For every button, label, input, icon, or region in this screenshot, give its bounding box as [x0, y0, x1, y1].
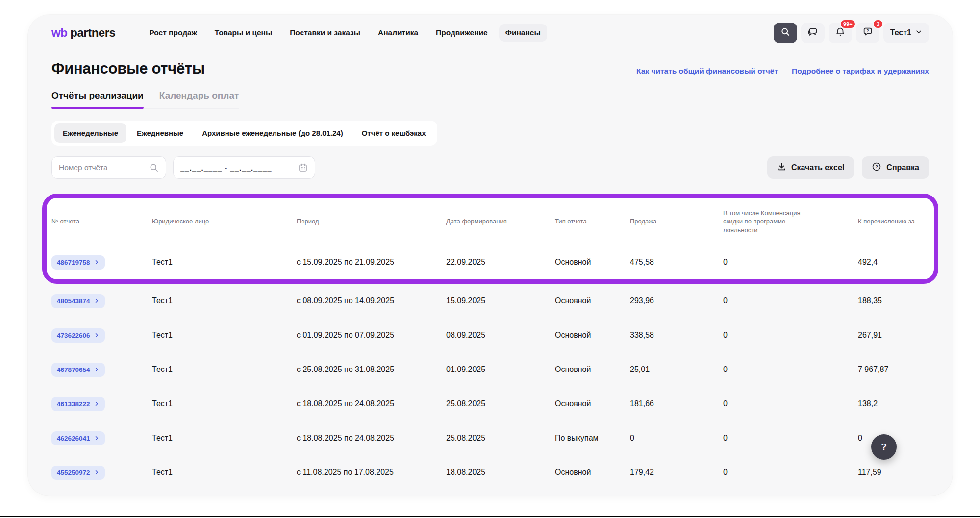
cell-period: с 25.08.2025 по 31.08.2025	[297, 365, 446, 374]
cell-report-type: Основной	[555, 468, 630, 477]
support-button[interactable]: ? 3	[856, 23, 879, 43]
report-number-pill[interactable]: 455250972	[51, 466, 105, 480]
cell-formed-date: 22.09.2025	[446, 258, 555, 267]
cell-sale: 293,96	[630, 296, 723, 305]
title-row: Финансовые отчёты Как читать общий финан…	[51, 60, 929, 77]
svg-text:?: ?	[866, 28, 869, 33]
question-circle-icon: ?	[872, 162, 881, 173]
floating-help-button[interactable]: ?	[871, 434, 897, 460]
report-number-input[interactable]: Номер отчёта	[51, 156, 166, 179]
nav-item-sales-growth[interactable]: Рост продаж	[143, 24, 203, 42]
report-number-pill[interactable]: 480543874	[51, 294, 105, 308]
cell-compensation: 0	[723, 296, 858, 305]
filter-cashback-report[interactable]: Отчёт о кешбэках	[353, 123, 434, 143]
col-header-period: Период	[297, 217, 446, 226]
chevron-right-icon	[94, 469, 100, 475]
wb-partners-logo[interactable]: wbpartners	[51, 26, 115, 40]
report-number: 462626041	[57, 435, 90, 442]
cell-formed-date: 25.08.2025	[446, 434, 555, 443]
search-button[interactable]	[774, 23, 797, 43]
report-number-pill[interactable]: 461338222	[51, 397, 105, 411]
report-number-pill[interactable]: 467870654	[51, 363, 105, 377]
messages-button[interactable]	[801, 23, 825, 43]
chevron-right-icon	[94, 259, 100, 265]
logo-wb-text: wb	[51, 26, 67, 40]
cell-sale: 338,58	[630, 331, 723, 340]
cell-sale: 179,42	[630, 468, 723, 477]
report-number: 467870654	[57, 366, 90, 373]
highlighted-table-section: № отчета Юридическое лицо Период Дата фо…	[42, 194, 938, 284]
help-button-label: Справка	[886, 163, 919, 172]
report-number-pill[interactable]: 473622606	[51, 328, 105, 343]
help-button[interactable]: ? Справка	[862, 156, 929, 179]
report-number-pill[interactable]: 462626041	[51, 431, 105, 445]
filter-weekly[interactable]: Еженедельные	[54, 123, 126, 143]
table-row[interactable]: 467870654 Тест1 с 25.08.2025 по 31.08.20…	[51, 352, 929, 387]
nav-item-goods-prices[interactable]: Товары и цены	[208, 24, 279, 42]
reports-table: № отчета Юридическое лицо Период Дата фо…	[51, 194, 929, 490]
col-header-loyalty-compensation: В том числе Компенсация скидки по програ…	[723, 209, 826, 235]
cell-transfer: 188,35	[858, 296, 929, 305]
tab-realization-reports[interactable]: Отчёты реализации	[51, 90, 144, 108]
cell-formed-date: 08.09.2025	[446, 331, 555, 340]
table-header-row: № отчета Юридическое лицо Период Дата фо…	[51, 198, 929, 245]
filter-daily[interactable]: Ежедневные	[128, 123, 192, 143]
calendar-icon	[298, 163, 308, 173]
nav-item-supplies-orders[interactable]: Поставки и заказы	[283, 24, 367, 42]
tab-payments-calendar[interactable]: Календарь оплат	[159, 90, 239, 108]
nav-item-analytics[interactable]: Аналитика	[372, 24, 425, 42]
cell-report-type: Основной	[555, 258, 630, 267]
cell-report-type: По выкупам	[555, 434, 630, 443]
top-navigation-bar: wbpartners Рост продаж Товары и цены Пос…	[51, 15, 929, 47]
table-row[interactable]: 455250972 Тест1 с 11.08.2025 по 17.08.20…	[51, 455, 929, 490]
cell-report-type: Основной	[555, 365, 630, 374]
cell-compensation: 0	[723, 468, 858, 477]
header-actions: 99+ ? 3 Тест1	[774, 23, 929, 43]
table-row[interactable]: 462626041 Тест1 с 18.08.2025 по 24.08.20…	[51, 421, 929, 455]
cell-legal-entity: Тест1	[152, 434, 297, 443]
cell-transfer: 138,2	[858, 399, 929, 408]
table-row[interactable]: 473622606 Тест1 с 01.09.2025 по 07.09.20…	[51, 318, 929, 352]
col-header-legal-entity: Юридическое лицо	[152, 217, 297, 226]
main-nav: Рост продаж Товары и цены Поставки и зак…	[143, 24, 547, 42]
cell-period: с 11.08.2025 по 17.08.2025	[297, 468, 446, 477]
cell-period: с 18.08.2025 по 24.08.2025	[297, 399, 446, 408]
cell-period: с 15.09.2025 по 21.09.2025	[297, 258, 446, 267]
nav-item-promotion[interactable]: Продвижение	[429, 24, 494, 42]
filter-archive-weekly[interactable]: Архивные еженедельные (до 28.01.24)	[194, 123, 352, 143]
account-menu-button[interactable]: Тест1	[883, 23, 929, 43]
cell-transfer: 117,59	[858, 468, 929, 477]
download-excel-button[interactable]: Скачать excel	[767, 156, 854, 179]
cell-transfer: 7 967,87	[858, 365, 929, 374]
report-type-filterbar: Еженедельные Ежедневные Архивные еженеде…	[51, 121, 437, 146]
search-icon	[780, 27, 790, 39]
cell-compensation: 0	[723, 399, 858, 408]
table-row[interactable]: 486719758 Тест1 с 15.09.2025 по 21.09.20…	[51, 245, 929, 279]
link-how-to-read-report[interactable]: Как читать общий финансовый отчёт	[636, 67, 778, 75]
cell-sale: 475,58	[630, 258, 723, 267]
table-row[interactable]: 461338222 Тест1 с 18.08.2025 по 24.08.20…	[51, 387, 929, 421]
report-number: 473622606	[57, 332, 90, 339]
cell-report-type: Основной	[555, 296, 630, 305]
cell-period: с 18.08.2025 по 24.08.2025	[297, 434, 446, 443]
report-tabs: Отчёты реализации Календарь оплат	[51, 90, 239, 109]
cell-compensation: 0	[723, 434, 858, 443]
link-tariffs-details[interactable]: Подробнее о тарифах и удержаниях	[792, 67, 929, 75]
chevron-right-icon	[94, 401, 100, 407]
search-icon	[149, 163, 159, 173]
cell-formed-date: 15.09.2025	[446, 296, 555, 305]
cell-formed-date: 18.08.2025	[446, 468, 555, 477]
cell-report-type: Основной	[555, 399, 630, 408]
notifications-button[interactable]: 99+	[829, 23, 852, 43]
col-header-report-number: № отчета	[51, 217, 152, 226]
cell-report-type: Основной	[555, 331, 630, 340]
cell-sale: 181,66	[630, 399, 723, 408]
date-range-input[interactable]: __.__.____ - __.__.____	[173, 156, 315, 179]
table-row[interactable]: 480543874 Тест1 с 08.09.2025 по 14.09.20…	[51, 284, 929, 318]
cell-sale: 0	[630, 434, 723, 443]
report-number: 455250972	[57, 469, 90, 476]
chat-icon	[807, 26, 818, 39]
nav-item-finance[interactable]: Финансы	[499, 24, 547, 42]
cell-compensation: 0	[723, 331, 858, 340]
report-number-pill[interactable]: 486719758	[51, 255, 105, 270]
